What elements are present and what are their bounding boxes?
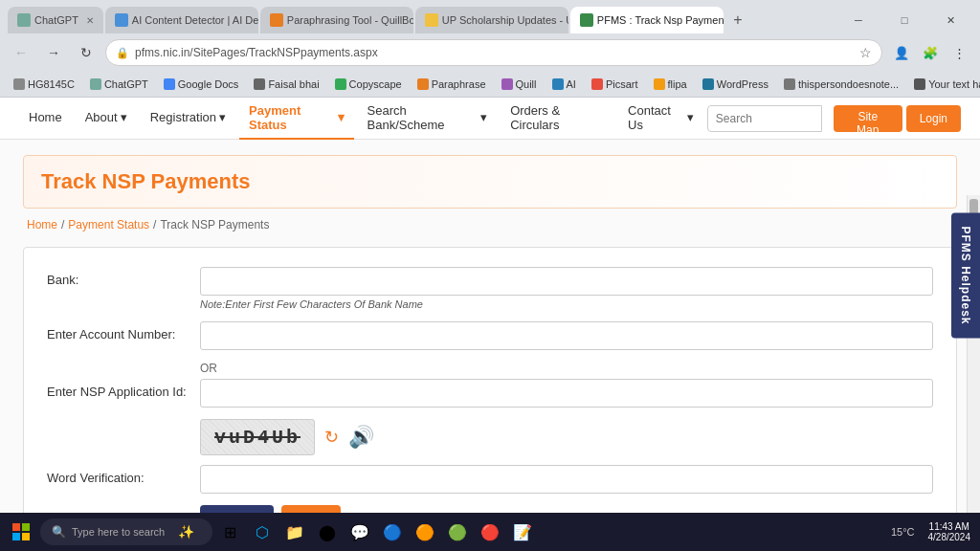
- clock[interactable]: 11:43 AM 4/28/2024: [923, 521, 977, 542]
- bookmarks-bar: HG8145C ChatGPT Google Docs Faisal bhai …: [0, 71, 980, 98]
- captcha-refresh-icon[interactable]: ↻: [324, 427, 339, 448]
- nav-search-area: [707, 105, 822, 132]
- dropdown-icon: ▾: [219, 110, 226, 124]
- bookmark-label: Your text has been...: [928, 78, 980, 90]
- word-verification-label: Word Verification:: [47, 465, 200, 485]
- nav-search-input[interactable]: [707, 105, 822, 132]
- tab-chatgpt[interactable]: ChatGPT ✕: [8, 7, 103, 33]
- nav-payment-status[interactable]: Payment Status ▾: [239, 98, 354, 140]
- bookmark-label: flipa: [668, 78, 687, 90]
- start-button[interactable]: [4, 515, 38, 549]
- bookmark-google-docs[interactable]: Google Docs: [158, 77, 245, 92]
- nsp-label: Enter NSP Application Id:: [47, 379, 200, 399]
- bookmark-label: Faisal bhai: [268, 78, 319, 90]
- svg-rect-0: [12, 523, 20, 531]
- reload-button[interactable]: ↻: [73, 39, 100, 66]
- nav-search-bank[interactable]: Search Bank/Scheme ▾: [358, 98, 498, 140]
- nav-registration[interactable]: Registration ▾: [141, 98, 235, 140]
- tab-pfms[interactable]: PFMS : Track Nsp Payments ✕: [570, 7, 724, 33]
- nav-about[interactable]: About ▾: [76, 98, 137, 140]
- main-content: Track NSP Payments Home / Payment Status…: [0, 140, 980, 513]
- date-display: 4/28/2024: [928, 532, 971, 542]
- page-title: Track NSP Payments: [23, 155, 957, 209]
- search-icon: 🔍: [52, 525, 66, 539]
- taskbar-search[interactable]: 🔍 Type here to search ✨: [40, 518, 212, 545]
- menu-button[interactable]: ⋮: [946, 39, 972, 66]
- app-icon-5[interactable]: 📝: [507, 517, 538, 547]
- nav-home[interactable]: Home: [19, 98, 72, 140]
- bookmark-chatgpt[interactable]: ChatGPT: [84, 77, 154, 92]
- sitemap-button[interactable]: Site Map: [834, 105, 902, 132]
- bookmark-label: Copyscape: [349, 78, 402, 90]
- bookmark-copyscape[interactable]: Copyscape: [329, 77, 408, 92]
- dropdown-icon: ▾: [480, 110, 487, 124]
- form-card: Bank: Note:Enter First Few Characters Of…: [23, 247, 957, 513]
- tab-paraphrase[interactable]: Paraphrasing Tool - QuillBo... ✕: [260, 7, 413, 33]
- app-icon-4[interactable]: 🔴: [475, 517, 505, 547]
- tab-scholarship[interactable]: UP Scholarship Updates - U... ✕: [415, 7, 568, 33]
- login-button[interactable]: Login: [906, 105, 961, 132]
- bank-input[interactable]: [200, 267, 933, 296]
- svg-rect-3: [22, 533, 30, 540]
- close-button[interactable]: ✕: [928, 7, 972, 33]
- breadcrumb: Home / Payment Status / Track NSP Paymen…: [27, 218, 957, 231]
- edge-icon[interactable]: ⬡: [247, 517, 278, 547]
- bank-note: Note:Enter First Few Characters Of Bank …: [200, 298, 933, 310]
- breadcrumb-payment-status[interactable]: Payment Status: [68, 218, 149, 231]
- minimize-button[interactable]: ─: [836, 7, 880, 33]
- maximize-button[interactable]: □: [882, 7, 926, 33]
- captcha-text: vuD4Ub: [214, 427, 301, 449]
- app-icon-2[interactable]: 🟠: [410, 517, 440, 547]
- bookmark-ai[interactable]: AI: [546, 77, 582, 92]
- bookmark-hg8145c[interactable]: HG8145C: [8, 77, 80, 92]
- skype-icon[interactable]: 💬: [345, 517, 375, 547]
- bookmark-yourtext[interactable]: Your text has been...: [908, 77, 980, 92]
- new-tab-button[interactable]: +: [725, 8, 750, 33]
- bookmark-label: Quill: [516, 78, 537, 90]
- breadcrumb-home[interactable]: Home: [27, 218, 57, 231]
- search-button[interactable]: Search: [200, 505, 274, 513]
- explorer-icon[interactable]: 📁: [279, 517, 310, 547]
- forward-button[interactable]: →: [40, 39, 67, 66]
- bookmark-flipa[interactable]: flipa: [648, 77, 693, 92]
- back-button[interactable]: ←: [8, 39, 34, 66]
- reset-button[interactable]: Reset: [281, 505, 341, 513]
- bank-label: Bank:: [47, 267, 200, 287]
- nav-contact[interactable]: Contact Us ▾: [618, 98, 703, 140]
- svg-rect-2: [12, 533, 20, 540]
- chrome-icon[interactable]: ⬤: [312, 517, 343, 547]
- weather-temp: 15°C: [891, 526, 915, 538]
- bookmark-picsart[interactable]: Picsart: [586, 77, 644, 92]
- tab-favicon: [580, 13, 593, 27]
- word-verification-input[interactable]: [200, 465, 933, 494]
- nav-orders[interactable]: Orders & Circulars: [501, 98, 614, 140]
- bookmark-label: thispersondoesnote...: [798, 78, 899, 90]
- bookmark-faisal[interactable]: Faisal bhai: [248, 77, 324, 92]
- system-tray: 15°C: [887, 526, 919, 538]
- tab-favicon: [17, 13, 31, 27]
- app-icon-1[interactable]: 🔵: [377, 517, 408, 547]
- nsp-input[interactable]: [200, 379, 933, 408]
- bookmark-wordpress[interactable]: WordPress: [697, 77, 774, 92]
- app-icon-3[interactable]: 🟢: [442, 517, 473, 547]
- bookmark-thisperson[interactable]: thispersondoesnote...: [778, 77, 904, 92]
- address-bar[interactable]: 🔒 pfms.nic.in/SitePages/TrackNSPpayments…: [105, 39, 882, 66]
- tab-close[interactable]: ✕: [86, 15, 94, 26]
- bookmark-label: Picsart: [606, 78, 638, 90]
- profile-button[interactable]: 👤: [888, 39, 915, 66]
- site-navbar: Home About ▾ Registration ▾ Payment Stat…: [0, 98, 980, 140]
- extensions-button[interactable]: 🧩: [917, 39, 944, 66]
- taskbar: 🔍 Type here to search ✨ ⊞ ⬡ 📁 ⬤ 💬 🔵 🟠 🟢 …: [0, 513, 980, 551]
- breadcrumb-sep1: /: [61, 218, 64, 231]
- tab-favicon: [115, 13, 128, 27]
- pfms-helpdesk-tab[interactable]: PFMS Helpdesk: [951, 212, 980, 338]
- tab-ai-detector[interactable]: AI Content Detector | AI De... ✕: [105, 7, 258, 33]
- account-input[interactable]: [200, 321, 933, 350]
- task-view-button[interactable]: ⊞: [214, 517, 245, 547]
- captcha-audio-icon[interactable]: 🔊: [348, 425, 374, 450]
- bookmark-quill[interactable]: Quill: [496, 77, 543, 92]
- bookmark-icon[interactable]: ☆: [859, 45, 872, 60]
- bookmark-paraphrase[interactable]: Paraphrase: [412, 77, 492, 92]
- dropdown-icon: ▾: [121, 110, 127, 124]
- bank-field: Note:Enter First Few Characters Of Bank …: [200, 267, 933, 310]
